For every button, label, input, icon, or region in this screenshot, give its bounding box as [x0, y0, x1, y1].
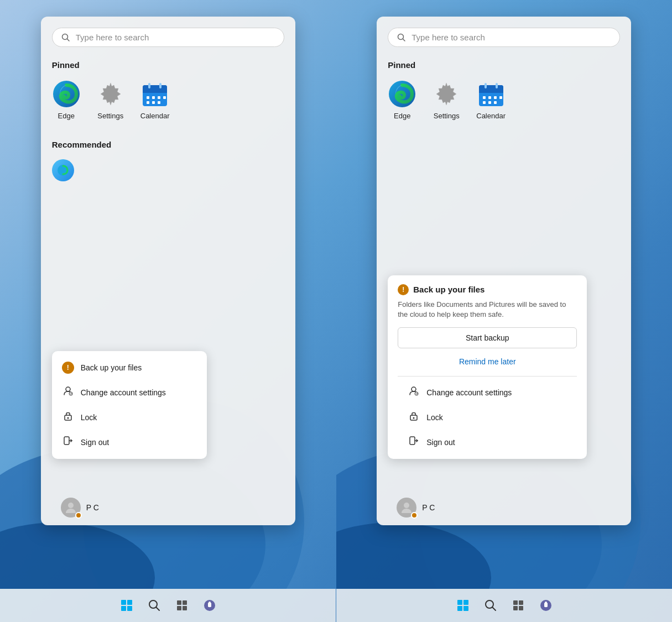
left-start-menu: Type here to search Pinned: [41, 17, 295, 525]
left-teams-button[interactable]: [199, 594, 221, 616]
right-teams-icon: [539, 599, 553, 612]
svg-rect-71: [513, 606, 518, 610]
right-lock-icon: [408, 411, 420, 424]
svg-rect-26: [121, 600, 126, 605]
right-calendar-label: Calendar: [476, 112, 506, 120]
teams-icon: [203, 599, 216, 612]
left-signout-label: Sign out: [81, 438, 109, 447]
search-icon: [61, 33, 70, 42]
left-pinned-grid: Edge Settings: [52, 80, 284, 120]
svg-line-68: [492, 608, 496, 611]
svg-rect-63: [457, 600, 462, 605]
svg-rect-50: [483, 96, 486, 99]
svg-rect-18: [163, 96, 166, 99]
right-search-button[interactable]: [480, 594, 502, 616]
backup-card: ! Back up your files Folders like Docume…: [388, 275, 587, 459]
left-search-bar[interactable]: Type here to search: [52, 28, 284, 47]
left-search-button[interactable]: [143, 594, 165, 616]
svg-rect-28: [121, 606, 126, 611]
right-edge-label: Edge: [394, 112, 410, 120]
backup-warn-icon: !: [62, 362, 74, 374]
account-icon: [62, 386, 74, 399]
right-change-account-item[interactable]: Change account settings: [398, 380, 577, 405]
left-pinned-title: Pinned: [52, 60, 284, 70]
svg-rect-24: [64, 437, 69, 445]
left-change-account-item[interactable]: Change account settings: [52, 380, 207, 405]
svg-rect-35: [183, 606, 187, 610]
left-calendar-label: Calendar: [140, 112, 170, 120]
left-rec-item[interactable]: [52, 159, 74, 181]
left-backup-item[interactable]: ! Back up your files: [52, 356, 207, 380]
calendar-icon: [140, 80, 169, 108]
svg-point-58: [415, 392, 418, 395]
svg-rect-54: [488, 101, 491, 104]
left-settings-app[interactable]: Settings: [96, 80, 125, 120]
left-user-menu-popup: ! Back up your files Change account sett…: [52, 351, 207, 459]
right-settings-app[interactable]: Settings: [432, 80, 461, 120]
svg-rect-52: [494, 96, 497, 99]
right-pinned-grid: Edge Settings: [388, 80, 620, 120]
left-user-name: P C: [86, 503, 99, 512]
svg-rect-48: [485, 83, 487, 88]
svg-rect-69: [513, 600, 518, 605]
left-change-account-label: Change account settings: [81, 388, 166, 397]
left-lock-label: Lock: [81, 413, 97, 422]
svg-point-74: [545, 602, 547, 604]
left-lock-item[interactable]: Lock: [52, 405, 207, 430]
start-backup-button[interactable]: Start backup: [398, 327, 577, 348]
left-recommended-section: Recommended: [52, 140, 284, 181]
left-edge-label: Edge: [58, 112, 75, 120]
right-signout-label: Sign out: [426, 438, 455, 447]
svg-rect-72: [519, 606, 523, 610]
backup-card-divider: [398, 376, 577, 377]
right-taskbar-search-icon: [485, 599, 497, 611]
edge-icon: [52, 80, 81, 108]
svg-rect-10: [148, 83, 150, 88]
right-taskbar: [336, 589, 673, 622]
left-edge-app[interactable]: Edge: [52, 80, 81, 120]
right-signout-item[interactable]: Sign out: [398, 430, 577, 454]
right-search-bar[interactable]: Type here to search: [388, 28, 620, 47]
left-user-area[interactable]: P C: [52, 490, 284, 525]
right-account-icon: [408, 386, 420, 399]
left-taskview-button[interactable]: [171, 594, 193, 616]
right-lock-item[interactable]: Lock: [398, 405, 577, 430]
windows-icon: [120, 599, 133, 612]
left-avatar-badge: [75, 512, 82, 519]
left-avatar: [61, 498, 81, 518]
svg-line-31: [156, 608, 159, 611]
right-taskview-button[interactable]: [507, 594, 529, 616]
svg-rect-61: [410, 437, 415, 445]
taskview-icon: [176, 599, 188, 611]
right-search-placeholder: Type here to search: [411, 33, 485, 42]
right-change-account-label: Change account settings: [426, 388, 512, 397]
left-signout-item[interactable]: Sign out: [52, 430, 207, 454]
svg-rect-53: [483, 101, 486, 104]
right-user-name: P C: [422, 503, 435, 512]
backup-warning-icon: !: [398, 284, 409, 295]
svg-rect-17: [158, 101, 160, 104]
svg-rect-16: [152, 101, 155, 104]
right-calendar-app[interactable]: Calendar: [476, 80, 506, 120]
svg-point-20: [66, 387, 70, 391]
right-user-area[interactable]: P C: [388, 490, 620, 525]
left-windows-button[interactable]: [116, 594, 138, 616]
svg-rect-9: [143, 90, 167, 93]
right-avatar-badge: [411, 512, 418, 519]
svg-rect-51: [488, 96, 491, 99]
left-taskbar: [0, 589, 336, 622]
right-pinned-title: Pinned: [388, 60, 620, 70]
left-calendar-app[interactable]: Calendar: [140, 80, 170, 120]
svg-line-42: [403, 39, 405, 41]
right-settings-icon: [432, 80, 461, 108]
right-teams-button[interactable]: [535, 594, 557, 616]
svg-rect-15: [147, 101, 149, 104]
remind-later-button[interactable]: Remind me later: [398, 353, 577, 370]
right-search-icon: [397, 33, 406, 42]
right-avatar-person-icon: [400, 501, 413, 514]
right-start-menu: Type here to search Pinned: [377, 17, 631, 525]
right-calendar-icon: [477, 80, 506, 108]
right-windows-button[interactable]: [452, 594, 474, 616]
rec-app-icon: [52, 159, 74, 181]
right-edge-app[interactable]: Edge: [388, 80, 416, 120]
